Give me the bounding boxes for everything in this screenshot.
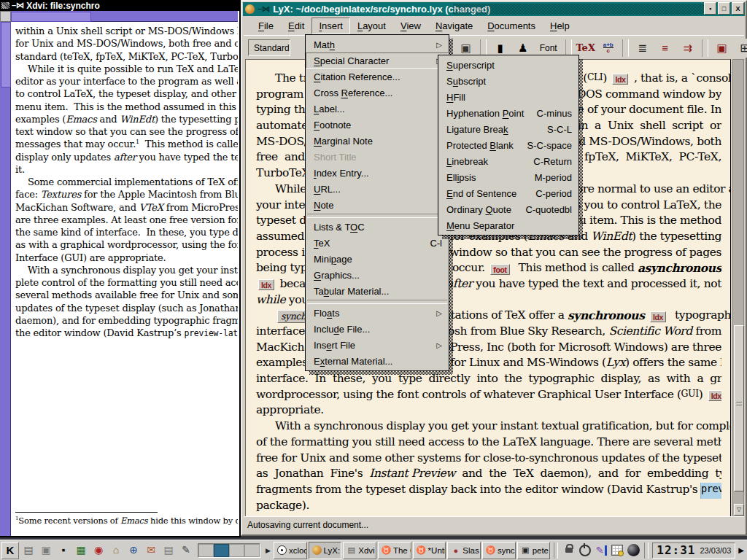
task-button-pete[interactable]: ▣pete◀ [517,542,551,559]
idx-inset-button[interactable]: Idx [650,311,666,322]
panel-hide-arrow[interactable]: ▶ [737,546,746,554]
lock-icon[interactable] [562,542,576,559]
window-list-icon[interactable]: ▤ [20,542,36,558]
foot-inset-button[interactable]: foot [490,264,509,275]
show-desktop-icon[interactable]: ▣ [38,542,54,558]
menu-item-special-character[interactable]: Special Character▷ [306,52,449,69]
clock-panel[interactable]: 12:31 23/03/03 [652,542,735,559]
text-run: preview-latex [184,328,238,338]
idx-inset-button[interactable]: Idx [708,390,721,401]
menubar-item-edit[interactable]: Edit [281,18,311,34]
xdvi-titlebar[interactable]: –⋈ Xdvi: file:synchro [0,0,239,11]
menu-item-menu-separator[interactable]: Menu Separator [438,217,578,233]
minimize-button[interactable]: ▪ [704,2,716,15]
mail-icon[interactable]: ✉ [143,542,159,558]
menu-item-tabular-material[interactable]: Tabular Material... [306,283,449,299]
menu-item-ligature-break[interactable]: Ligature BreakS-C-L [438,121,578,137]
xdvi-page-view[interactable]: within a Unix shell script or MS-DOS/Win… [11,22,238,534]
task-button-xcloc[interactable]: xcloc [274,542,307,559]
pager-desktop-4[interactable] [244,544,260,557]
menu-item-ordinary-quote[interactable]: Ordinary QuoteC-quotedbl [438,201,578,217]
menu-item-index-entry[interactable]: Index Entry... [306,165,449,181]
task-button-slas[interactable]: ●Slas [447,542,481,559]
menu-item-end-of-sentence[interactable]: End of SentenceC-period [438,185,578,201]
layout-dropdown[interactable]: Standard [248,39,290,56]
menubar-item-insert[interactable]: Insert [311,18,350,34]
task-button-xdvi[interactable]: ▤Xdvi [343,542,376,559]
menu-item-cross-reference[interactable]: Cross Reference... [306,85,449,101]
scrollbar-down-button[interactable]: ▽ [734,504,744,516]
konsole-icon[interactable]: ▦ [73,542,89,558]
menu-item-footnote[interactable]: Footnote [306,117,449,133]
idx-inset-button[interactable]: Idx [258,279,274,290]
insert-figure-icon[interactable]: ▣ [712,39,732,58]
idx-inset-button[interactable]: Idx [612,74,628,85]
pager-desktop-3[interactable] [229,544,244,557]
list-bullet-icon[interactable]: ≡ [655,39,676,58]
menu-item-superscript[interactable]: Superscript [438,57,578,73]
editor-icon[interactable]: ✎ [178,542,194,558]
iconify-icon[interactable]: –⋈ [258,6,270,12]
list-numbered-icon[interactable]: ≣ [632,39,653,58]
taskbar-expand-arrow[interactable]: ▶ [264,547,272,554]
menubar-item-navigate[interactable]: Navigate [428,18,480,34]
menu-item-math[interactable]: Math▷ [306,36,449,52]
desktop-pager[interactable] [198,543,260,558]
lyx-titlebar[interactable]: –⋈ LyX: ~/doc/beginlatex/src/synchro.lyx… [243,2,745,16]
task-button-unti[interactable]: ♉*Unti [413,542,446,559]
task-button-sync[interactable]: ♉sync [482,542,516,559]
change-depth-icon[interactable]: ⇉ [678,39,698,58]
documents-icon[interactable]: ▤ [160,542,177,558]
pager-desktop-2[interactable] [214,544,229,557]
menu-item-url[interactable]: URL... [306,181,449,197]
xdvi-vertical-scrollbar[interactable] [0,22,11,536]
task-button-theg[interactable]: ♉The G [378,542,411,559]
menu-item-label[interactable]: Label... [306,101,449,117]
insert-table-icon[interactable]: ⊞ [735,39,747,58]
power-icon[interactable] [578,542,592,559]
math-icon[interactable]: a+bc [598,39,619,58]
menu-item-linebreak[interactable]: LinebreakC-Return [438,153,578,169]
help-icon[interactable]: ◉ [90,542,107,558]
menu-item-include-file[interactable]: Include File... [306,321,449,337]
close-button[interactable]: X [732,2,744,15]
menu-item-protected-blank[interactable]: Protected BlankS-C-space [438,137,578,153]
menubar-item-view[interactable]: View [393,18,428,34]
browser-icon[interactable]: ⊕ [125,542,142,558]
menu-item-lists-toc[interactable]: Lists & TOC [306,219,449,235]
menu-item-external-material[interactable]: External Material... [306,353,449,369]
menu-item-subscript[interactable]: Subscript [438,73,578,89]
maximize-button[interactable]: □ [718,2,730,15]
menubar-item-layout[interactable]: Layout [350,18,393,34]
menu-item-hyphenation-point[interactable]: Hyphenation PointC-minus [438,105,578,121]
menubar-item-help[interactable]: Help [543,18,577,34]
menubar-item-file[interactable]: File [251,18,281,34]
xdvi-vscroll-thumb[interactable] [1,22,11,88]
scrollbar-thumb[interactable] [734,325,744,491]
xdvi-hscroll-thumb[interactable] [11,12,91,22]
task-button-lyx[interactable]: LyX: [309,542,342,559]
lyx-app-icon[interactable] [245,4,255,14]
menu-item-minipage[interactable]: Minipage [306,251,449,267]
menu-item-insert-file[interactable]: Insert File▷ [306,337,449,353]
moon-icon[interactable] [626,542,640,559]
menu-item-citation-reference[interactable]: Citation Reference... [306,69,449,85]
menu-item-floats[interactable]: Floats▷ [306,305,449,321]
menu-item-hfill[interactable]: HFill [438,89,578,105]
document-scrollbar[interactable]: ▽ [732,59,744,517]
organizer-icon[interactable] [610,542,624,559]
home-icon[interactable]: ⌂ [108,542,124,558]
iconify-icon[interactable]: –⋈ [12,2,24,9]
xdvi-horizontal-scrollbar[interactable] [11,11,238,22]
pager-desktop-1[interactable] [198,544,214,557]
window-menu-icon[interactable] [1,2,9,9]
terminal-icon[interactable]: ▪ [55,542,71,558]
k-menu-button[interactable]: K [1,542,19,559]
menu-item-graphics[interactable]: Graphics... [306,267,449,283]
klipper-icon[interactable]: ✎ [594,542,608,559]
menu-item-note[interactable]: Note [306,197,449,213]
menu-item-ellipsis[interactable]: EllipsisM-period [438,169,578,185]
menu-item-tex[interactable]: TeXC-l [306,235,449,251]
menu-item-marginal-note[interactable]: Marginal Note [306,133,449,149]
menubar-item-documents[interactable]: Documents [480,18,543,34]
